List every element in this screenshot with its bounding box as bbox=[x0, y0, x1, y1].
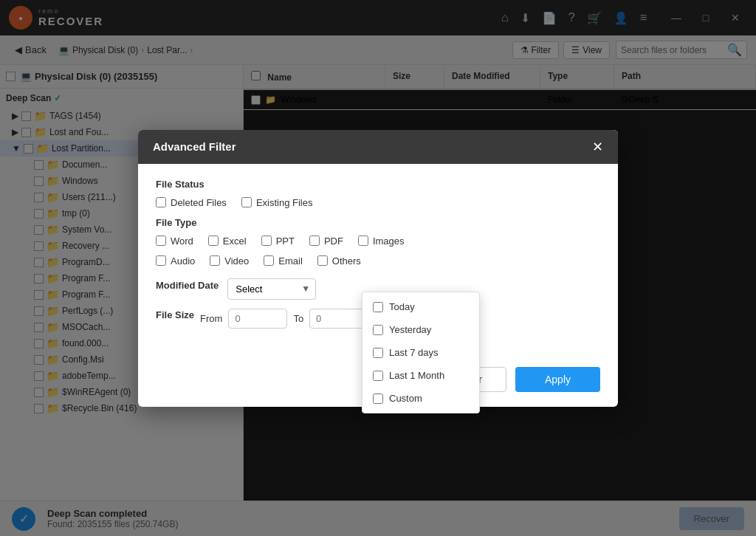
dropdown-item-custom[interactable]: Custom bbox=[362, 387, 479, 410]
images-checkbox[interactable] bbox=[358, 236, 368, 246]
excel-checkbox[interactable] bbox=[208, 236, 219, 246]
deleted-files-checkbox[interactable] bbox=[156, 197, 166, 207]
apply-button[interactable]: Apply bbox=[515, 367, 600, 392]
excel-option[interactable]: Excel bbox=[208, 236, 247, 247]
to-label: To bbox=[293, 313, 303, 324]
modal-header: Advanced Filter ✕ bbox=[138, 130, 618, 164]
yesterday-checkbox[interactable] bbox=[373, 325, 383, 335]
file-size-from-input[interactable] bbox=[228, 309, 287, 329]
word-option[interactable]: Word bbox=[156, 236, 193, 247]
dropdown-item-last7[interactable]: Last 7 days bbox=[362, 341, 479, 364]
modified-date-label: Modified Date bbox=[156, 280, 219, 291]
video-option[interactable]: Video bbox=[210, 255, 249, 267]
dropdown-item-last1month[interactable]: Last 1 Month bbox=[362, 364, 479, 387]
modal-overlay: Advanced Filter ✕ File Status Deleted Fi… bbox=[0, 0, 756, 536]
email-checkbox[interactable] bbox=[264, 255, 274, 266]
file-status-label: File Status bbox=[156, 179, 600, 190]
ppt-checkbox[interactable] bbox=[261, 236, 272, 246]
others-option[interactable]: Others bbox=[317, 255, 361, 267]
modal-close-button[interactable]: ✕ bbox=[592, 140, 603, 154]
file-size-to-input[interactable] bbox=[309, 309, 368, 329]
file-type-label: File Type bbox=[156, 217, 600, 228]
from-label: From bbox=[200, 313, 222, 324]
date-dropdown-popup: Today Yesterday Last 7 days Last 1 Month… bbox=[362, 292, 480, 413]
pdf-checkbox[interactable] bbox=[309, 236, 320, 246]
audio-checkbox[interactable] bbox=[156, 255, 166, 266]
file-type-row2: Audio Video Email Others bbox=[156, 255, 600, 267]
video-checkbox[interactable] bbox=[210, 255, 220, 266]
file-status-row: Deleted Files Existing Files bbox=[156, 197, 600, 208]
email-option[interactable]: Email bbox=[264, 255, 303, 267]
pdf-option[interactable]: PDF bbox=[309, 236, 343, 247]
ppt-option[interactable]: PPT bbox=[261, 236, 295, 247]
audio-option[interactable]: Audio bbox=[156, 255, 195, 267]
modal-title: Advanced Filter bbox=[153, 140, 236, 153]
file-type-row1: Word Excel PPT PDF bbox=[156, 236, 600, 247]
custom-checkbox[interactable] bbox=[373, 394, 383, 404]
date-select[interactable]: Select Today Yesterday Last 7 days Last … bbox=[227, 278, 316, 300]
dropdown-item-yesterday[interactable]: Yesterday bbox=[362, 318, 479, 341]
date-select-wrapper: Select Today Yesterday Last 7 days Last … bbox=[227, 278, 316, 300]
file-type-section: Word Excel PPT PDF bbox=[156, 236, 600, 267]
last7-checkbox[interactable] bbox=[373, 348, 383, 358]
file-size-label: File Size bbox=[156, 309, 194, 320]
others-checkbox[interactable] bbox=[317, 255, 328, 266]
existing-files-checkbox[interactable] bbox=[241, 197, 252, 207]
existing-files-option[interactable]: Existing Files bbox=[241, 197, 313, 208]
today-checkbox[interactable] bbox=[373, 302, 383, 312]
dropdown-item-today[interactable]: Today bbox=[362, 295, 479, 318]
images-option[interactable]: Images bbox=[358, 236, 405, 247]
word-checkbox[interactable] bbox=[156, 236, 166, 246]
deleted-files-option[interactable]: Deleted Files bbox=[156, 197, 227, 208]
last1month-checkbox[interactable] bbox=[373, 371, 383, 381]
